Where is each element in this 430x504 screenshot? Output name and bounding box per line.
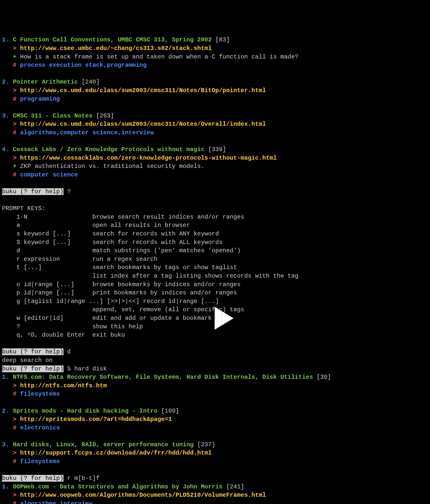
result-tags: electronics	[20, 424, 60, 431]
result-url-line: > http://ntfs.com/ntfs.htm	[2, 382, 428, 390]
result-tags: programming	[20, 96, 60, 102]
result-title: Sprites mods - Hard disk hacking - Intro	[13, 408, 157, 414]
result-tags: filesystems	[20, 391, 60, 397]
prompt-line[interactable]: buku (? for help) d	[2, 348, 428, 356]
url-marker: >	[13, 155, 16, 161]
result-title-line: 2. Pointer Arithmetic [240]	[2, 78, 428, 86]
tag-marker: #	[13, 62, 16, 69]
result-id: [263]	[96, 112, 114, 119]
result-tags: filesystems	[20, 458, 60, 465]
prompt-label: buku (? for help)	[2, 188, 64, 195]
help-line: a open all results in browser	[2, 221, 428, 230]
result-id: [240]	[82, 79, 100, 85]
result-title-line: 1. OOPWeb.com - Data Structures and Algo…	[2, 483, 428, 491]
result-id: [339]	[208, 146, 226, 153]
user-input: ?	[67, 188, 71, 195]
help-line: q, ^D, double Enter exit buku	[2, 331, 428, 339]
desc-marker: +	[13, 53, 16, 60]
result-url-line: > https://www.cossacklabs.com/zero-knowl…	[2, 154, 428, 162]
url-marker: >	[13, 416, 16, 423]
result-url[interactable]: http://www.oopweb.com/Algorithms/Documen…	[20, 492, 266, 498]
result-title-line: 3. Hard disks, Linux, RAID, server perfo…	[2, 440, 428, 449]
help-line: 1-N browse search result indices and/or …	[2, 213, 428, 221]
result-tags-line: # filesystems	[2, 457, 428, 466]
help-line: ? show this help	[2, 323, 428, 331]
user-input: r m[b-t]f	[67, 475, 100, 482]
user-input: S hard disk	[67, 365, 107, 372]
help-line: g [taglist id|range ...] [>>|>|<<] recor…	[2, 297, 428, 306]
tag-marker: #	[13, 129, 16, 136]
result-title: OOPWeb.com - Data Structures and Algorit…	[13, 483, 222, 490]
help-line: d match substrings ('pen' matches 'opene…	[2, 246, 428, 255]
result-title-line: 1. C Function Call Conventions, UMBC CMS…	[2, 36, 428, 44]
result-desc-line: + ZKP authentication vs. traditional sec…	[2, 162, 428, 171]
result-tags: algorithms,computer science,interview	[20, 129, 154, 136]
help-line: append, set, remove (all or specific) ta…	[2, 305, 428, 314]
help-line: t [...] search bookmarks by tags or show…	[2, 263, 428, 272]
tag-marker: #	[13, 424, 16, 431]
result-description: How is a stack frame is set up and taken…	[20, 53, 298, 60]
help-line: S keyword [...] search for records with …	[2, 238, 428, 247]
result-title-line: 1. NTFS.com: Data Recovery Software, Fil…	[2, 373, 428, 382]
prompt-line[interactable]: buku (? for help) S hard disk	[2, 365, 428, 373]
result-tags: computer science	[20, 171, 78, 178]
result-title: Hard disks, Linux, RAID, server performa…	[13, 441, 194, 448]
result-number: 1.	[2, 36, 9, 43]
result-url[interactable]: http://support.fccps.cz/download/adv/frr…	[20, 450, 212, 456]
result-url[interactable]: http://spritesmods.com/?art=hddhack&page…	[20, 416, 172, 423]
result-tags-line: # process execution stack,programming	[2, 61, 428, 70]
url-marker: >	[13, 87, 16, 94]
result-url[interactable]: https://www.cossacklabs.com/zero-knowled…	[20, 155, 277, 161]
result-url-line: > http://www.oopweb.com/Algorithms/Docum…	[2, 491, 428, 499]
result-title: CMSC 311 - Class Notes	[13, 112, 92, 119]
result-number: 3.	[2, 441, 9, 448]
result-url[interactable]: http://ntfs.com/ntfs.htm	[20, 382, 107, 389]
result-number: 2.	[2, 79, 9, 85]
result-tags-line: # programming	[2, 95, 428, 103]
result-title-line: 4. Cossack Labs / Zero Knowledge Protoco…	[2, 145, 428, 154]
help-line: p id|range [...] print bookmarks by indi…	[2, 289, 428, 297]
url-marker: >	[13, 382, 16, 389]
result-url[interactable]: http://www.csee.umbc.edu/~chang/cs313.s0…	[20, 45, 212, 52]
url-marker: >	[13, 492, 16, 498]
prompt-label: buku (? for help)	[2, 475, 64, 482]
result-url-line: > http://www.csee.umbc.edu/~chang/cs313.…	[2, 44, 428, 53]
result-number: 4.	[2, 146, 9, 153]
result-tags-line: # algorithms,computer science,interview	[2, 129, 428, 137]
prompt-label: buku (? for help)	[2, 365, 64, 372]
result-tags: algorithms,interview	[20, 500, 92, 504]
result-id: [237]	[197, 441, 215, 448]
result-number: 1.	[2, 483, 9, 490]
url-marker: >	[13, 45, 16, 52]
prompt-line[interactable]: buku (? for help) r m[b-t]f	[2, 474, 428, 483]
desc-marker: +	[13, 163, 16, 170]
prompt-line[interactable]: buku (? for help) ?	[2, 187, 428, 196]
result-id: [109]	[161, 408, 179, 414]
result-tags-line: # computer science	[2, 171, 428, 179]
result-url[interactable]: http://www.cs.umd.edu/class/sum2003/cmsc…	[20, 121, 266, 128]
result-number: 2.	[2, 408, 9, 414]
result-title: Pointer Arithmetic	[13, 79, 78, 85]
help-line: list index after a tag listing shows rec…	[2, 272, 428, 280]
terminal-output: 1. C Function Call Conventions, UMBC CMS…	[2, 36, 428, 504]
tag-marker: #	[13, 500, 16, 504]
tag-marker: #	[13, 391, 16, 397]
result-tags-line: # algorithms,interview	[2, 499, 428, 504]
result-title: C Function Call Conventions, UMBC CMSC 3…	[13, 36, 212, 43]
result-title: NTFS.com: Data Recovery Software, File S…	[13, 374, 313, 381]
help-line: o id|range [...] browse bookmarks by ind…	[2, 280, 428, 289]
help-line: w [editor|id] edit and add or update a b…	[2, 314, 428, 323]
result-url-line: > http://www.cs.umd.edu/class/sum2003/cm…	[2, 120, 428, 129]
result-url-line: > http://spritesmods.com/?art=hddhack&pa…	[2, 415, 428, 424]
result-url-line: > http://support.fccps.cz/download/adv/f…	[2, 449, 428, 457]
result-url[interactable]: http://www.cs.umd.edu/class/sum2003/cmsc…	[20, 87, 266, 94]
result-tags-line: # electronics	[2, 424, 428, 432]
tag-marker: #	[13, 96, 16, 102]
result-description: ZKP authentication vs. traditional secur…	[20, 163, 205, 170]
result-tags: process execution stack,programming	[20, 62, 147, 69]
tag-marker: #	[13, 171, 16, 178]
result-desc-line: + How is a stack frame is set up and tak…	[2, 53, 428, 61]
help-line: r expression run a regex search	[2, 255, 428, 264]
result-title-line: 3. CMSC 311 - Class Notes [263]	[2, 112, 428, 120]
result-tags-line: # filesystems	[2, 390, 428, 398]
